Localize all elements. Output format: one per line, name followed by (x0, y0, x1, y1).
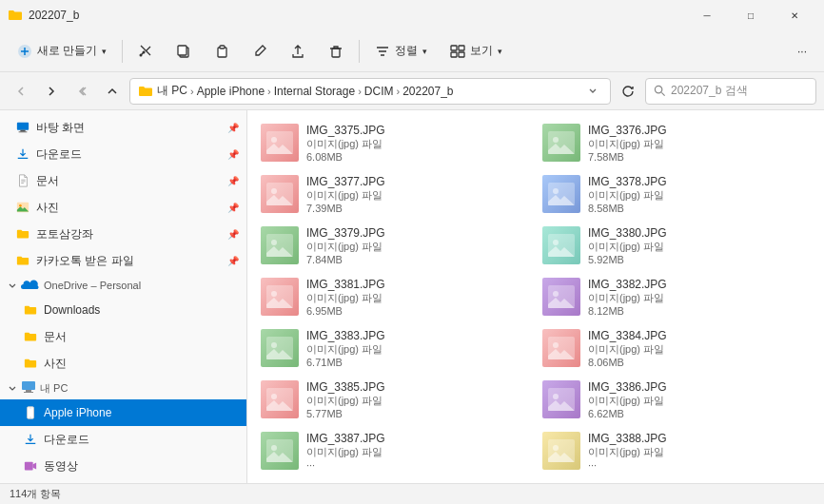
sidebar-item-photo-class[interactable]: 포토삼강좌 📌 (0, 221, 246, 247)
image-icon (546, 436, 577, 466)
minimize-button[interactable]: ─ (685, 0, 729, 30)
view-button[interactable]: 보기 ▾ (441, 36, 512, 67)
svg-rect-6 (220, 46, 225, 48)
list-item[interactable]: IMG_3381.JPG 이미지(jpg) 파일 6.95MB (255, 272, 535, 321)
list-item[interactable]: IMG_3383.JPG 이미지(jpg) 파일 6.71MB (255, 323, 535, 373)
file-size: 5.92MB (588, 254, 811, 265)
svg-point-22 (29, 417, 30, 417)
file-size: 8.12MB (588, 305, 811, 317)
search-icon (654, 85, 666, 97)
pin-icon-2: 📌 (227, 149, 239, 160)
close-button[interactable]: ✕ (773, 0, 816, 30)
file-name: IMG_3376.JPG (588, 124, 811, 137)
address-bar-row: 내 PC › Apple iPhone › Internal Storage ›… (0, 72, 824, 110)
sidebar-item-od-documents[interactable]: 문서 (0, 323, 246, 350)
svg-point-46 (271, 394, 277, 399)
pin-icon-4: 📌 (227, 203, 239, 213)
svg-rect-15 (19, 131, 28, 132)
back-button[interactable] (8, 78, 34, 105)
sidebar-item-desktop[interactable]: 바탕 화면 📌 (0, 114, 246, 141)
copy-button[interactable] (167, 36, 201, 67)
sidebar-item-od-downloads[interactable]: Downloads (0, 297, 246, 323)
refresh-button[interactable] (615, 78, 641, 105)
sidebar-item-pictures[interactable]: 사진 📌 (0, 194, 246, 221)
list-item[interactable]: IMG_3388.JPG 이미지(jpg) 파일 ··· (537, 426, 816, 475)
paste-button[interactable] (205, 36, 239, 67)
file-size: 7.39MB (306, 203, 529, 214)
sidebar-item-kakao[interactable]: 카카오톡 받은 파일 📌 (0, 247, 246, 274)
svg-point-30 (271, 188, 277, 194)
file-thumbnail (542, 124, 580, 162)
od-downloads-label: Downloads (44, 303, 100, 317)
sidebar-item-pc-downloads[interactable]: 다운로드 (0, 426, 246, 453)
list-item[interactable]: IMG_3377.JPG 이미지(jpg) 파일 7.39MB (255, 169, 535, 219)
forward-button[interactable] (38, 78, 65, 105)
list-item[interactable]: IMG_3375.JPG 이미지(jpg) 파일 6.08MB (255, 118, 535, 167)
file-thumbnail (261, 175, 299, 213)
up-button[interactable] (99, 78, 126, 105)
sidebar-item-pc-docs[interactable]: 문서 (0, 479, 246, 483)
list-item[interactable]: IMG_3386.JPG 이미지(jpg) 파일 6.62MB (537, 375, 816, 424)
photo-class-label: 포토삼강좌 (36, 226, 93, 242)
file-name: IMG_3385.JPG (306, 380, 529, 394)
svg-rect-18 (22, 381, 35, 390)
sort-button[interactable]: 정렬 ▾ (365, 36, 437, 67)
list-item[interactable]: IMG_3385.JPG 이미지(jpg) 파일 5.77MB (255, 375, 535, 424)
title-text: 202207_b (29, 9, 79, 22)
file-info: IMG_3387.JPG 이미지(jpg) 파일 ··· (306, 432, 529, 471)
image-icon (546, 230, 577, 261)
address-dropdown[interactable] (583, 82, 602, 101)
svg-point-32 (553, 188, 559, 194)
file-info: IMG_3384.JPG 이미지(jpg) 파일 8.06MB (588, 329, 811, 368)
more-button[interactable]: ··· (788, 36, 816, 67)
recent-button[interactable] (69, 78, 95, 105)
list-item[interactable]: IMG_3379.JPG 이미지(jpg) 파일 7.84MB (255, 221, 535, 270)
file-info: IMG_3380.JPG 이미지(jpg) 파일 5.92MB (588, 226, 811, 265)
onedrive-section[interactable]: OneDrive – Personal (0, 274, 246, 297)
svg-point-34 (271, 240, 277, 245)
back-icon (15, 86, 27, 97)
list-item[interactable]: IMG_3382.JPG 이미지(jpg) 파일 8.12MB (537, 272, 816, 321)
address-bar[interactable]: 내 PC › Apple iPhone › Internal Storage ›… (129, 78, 611, 105)
list-item[interactable]: IMG_3387.JPG 이미지(jpg) 파일 ··· (255, 426, 535, 475)
file-size: 8.58MB (588, 203, 811, 214)
file-info: IMG_3376.JPG 이미지(jpg) 파일 7.58MB (588, 124, 811, 163)
title-bar: 202207_b ─ □ ✕ (0, 0, 824, 30)
rename-button[interactable] (243, 36, 277, 67)
share-button[interactable] (281, 36, 315, 67)
image-icon (265, 384, 295, 415)
sidebar-item-downloads[interactable]: 다운로드 📌 (0, 141, 246, 167)
svg-point-1 (140, 53, 143, 56)
file-type: 이미지(jpg) 파일 (588, 137, 811, 151)
maximize-button[interactable]: □ (729, 0, 773, 30)
image-icon (546, 333, 577, 363)
svg-point-42 (271, 342, 277, 348)
list-item[interactable]: IMG_3378.JPG 이미지(jpg) 파일 8.58MB (537, 169, 816, 219)
sidebar: 바탕 화면 📌 다운로드 📌 문서 📌 사진 📌 (0, 110, 247, 483)
image-icon (265, 436, 295, 466)
status-count: 114개 항목 (10, 487, 61, 501)
file-name: IMG_3386.JPG (588, 380, 811, 394)
sidebar-item-iphone[interactable]: Apple iPhone (0, 399, 246, 426)
new-item-button[interactable]: 새로 만들기 ▾ (8, 36, 116, 67)
search-box[interactable]: 202207_b 검색 (645, 78, 816, 105)
cut-button[interactable] (128, 36, 163, 67)
sidebar-item-documents[interactable]: 문서 📌 (0, 167, 246, 194)
list-item[interactable]: IMG_3384.JPG 이미지(jpg) 파일 8.06MB (537, 323, 816, 373)
thispc-label: 내 PC (40, 381, 68, 396)
sort-icon (375, 44, 390, 59)
file-name: IMG_3377.JPG (306, 175, 529, 188)
paste-icon (214, 44, 229, 59)
svg-point-48 (553, 394, 559, 399)
image-icon (265, 230, 295, 261)
sidebar-item-od-pictures[interactable]: 사진 (0, 350, 246, 377)
sidebar-item-videos[interactable]: 동영상 (0, 453, 246, 479)
svg-rect-10 (451, 52, 457, 57)
folder-od-doc-icon (23, 329, 38, 344)
od-pictures-label: 사진 (44, 356, 67, 372)
file-name: IMG_3384.JPG (588, 329, 811, 342)
delete-button[interactable] (319, 36, 353, 67)
list-item[interactable]: IMG_3380.JPG 이미지(jpg) 파일 5.92MB (537, 221, 816, 270)
list-item[interactable]: IMG_3376.JPG 이미지(jpg) 파일 7.58MB (537, 118, 816, 167)
thispc-section[interactable]: 내 PC (0, 377, 246, 399)
